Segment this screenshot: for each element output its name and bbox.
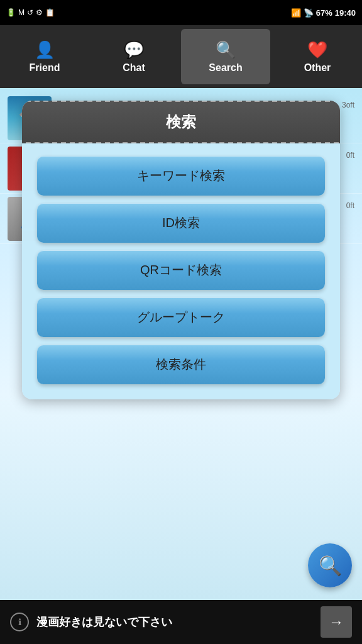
gmail-icon: M bbox=[18, 8, 25, 17]
search-tab-icon: 🔍 bbox=[216, 40, 236, 60]
tab-friend[interactable]: 👤 Friend bbox=[0, 25, 89, 88]
tab-other-label: Other bbox=[304, 62, 331, 74]
wifi-icon: 📶 bbox=[291, 8, 301, 18]
signal-icon: 📡 bbox=[304, 8, 314, 18]
bottom-message: 漫画好きは見ないで下さい bbox=[36, 614, 313, 630]
popup-body: キーワード検索 ID検索 QRコード検索 グループトーク 検索条件 bbox=[22, 143, 341, 399]
group-talk-button[interactable]: グループトーク bbox=[37, 297, 326, 337]
fab-search-button[interactable]: 🔍 bbox=[308, 543, 352, 587]
notification-icon: ⚙ bbox=[36, 8, 43, 17]
friend-icon: 👤 bbox=[35, 40, 55, 60]
search-condition-button[interactable]: 検索条件 bbox=[37, 345, 326, 384]
other-icon: ❤️ bbox=[307, 40, 327, 60]
id-search-button[interactable]: ID検索 bbox=[37, 203, 326, 243]
search-popup: 検索 キーワード検索 ID検索 QRコード検索 グループトーク 検索条件 bbox=[22, 101, 341, 399]
status-right: 📶 📡 67% 19:40 bbox=[291, 8, 356, 18]
tab-chat-label: Chat bbox=[123, 62, 145, 74]
popup-overlay: 検索 キーワード検索 ID検索 QRコード検索 グループトーク 検索条件 bbox=[0, 88, 362, 600]
keyword-search-button[interactable]: キーワード検索 bbox=[37, 156, 326, 196]
arrow-icon: → bbox=[329, 613, 344, 631]
tab-friend-label: Friend bbox=[30, 62, 60, 74]
info-icon: ℹ bbox=[18, 617, 21, 627]
status-icons-left: 🔋 M ↺ ⚙ 📋 bbox=[6, 8, 55, 17]
tab-search[interactable]: 🔍 Search bbox=[181, 29, 270, 84]
popup-title: 検索 bbox=[166, 113, 196, 130]
time-display: 19:40 bbox=[335, 8, 356, 18]
background-area: 谢荣华 攻城狮 3oft れ... 0ft nd. 0ft 検索 bbox=[0, 88, 362, 600]
sync-icon: ↺ bbox=[27, 8, 33, 17]
bottom-arrow-button[interactable]: → bbox=[321, 606, 352, 638]
chat-icon: 💬 bbox=[124, 40, 144, 60]
battery-percent: 67% bbox=[316, 8, 332, 18]
tab-other[interactable]: ❤️ Other bbox=[273, 25, 362, 88]
fab-search-icon: 🔍 bbox=[319, 555, 342, 577]
battery-icon: 🔋 bbox=[6, 8, 16, 17]
status-bar: 🔋 M ↺ ⚙ 📋 📶 📡 67% 19:40 bbox=[0, 0, 362, 25]
tab-bar: 👤 Friend 💬 Chat 🔍 Search ❤️ Other bbox=[0, 25, 362, 88]
popup-header: 検索 bbox=[22, 101, 341, 143]
bottom-bar: ℹ 漫画好きは見ないで下さい → bbox=[0, 600, 362, 644]
tab-search-label: Search bbox=[209, 62, 242, 74]
info-button[interactable]: ℹ bbox=[10, 613, 29, 631]
qr-search-button[interactable]: QRコード検索 bbox=[37, 250, 326, 290]
tab-chat[interactable]: 💬 Chat bbox=[89, 25, 178, 88]
memo-icon: 📋 bbox=[45, 8, 55, 17]
